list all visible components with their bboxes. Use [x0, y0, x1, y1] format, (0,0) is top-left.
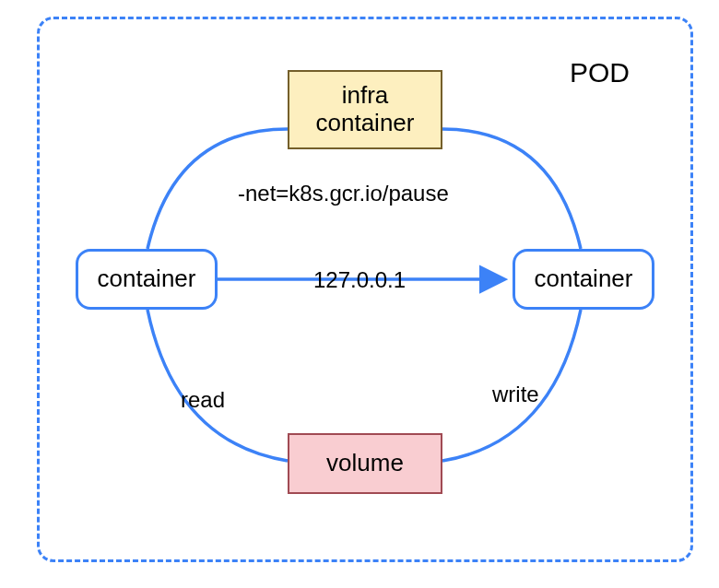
node-volume: volume	[288, 433, 442, 494]
edge-infra-to-right	[442, 129, 581, 249]
edge-label-net: -net=k8s.gcr.io/pause	[238, 181, 449, 206]
node-container-left: container	[76, 249, 218, 310]
edge-label-write: write	[492, 382, 539, 407]
edge-label-read: read	[181, 387, 225, 413]
node-infra-container: infra container	[288, 70, 442, 149]
edge-label-localhost: 127.0.0.1	[313, 267, 406, 293]
edge-left-to-volume	[147, 310, 288, 461]
node-container-right: container	[513, 249, 654, 310]
